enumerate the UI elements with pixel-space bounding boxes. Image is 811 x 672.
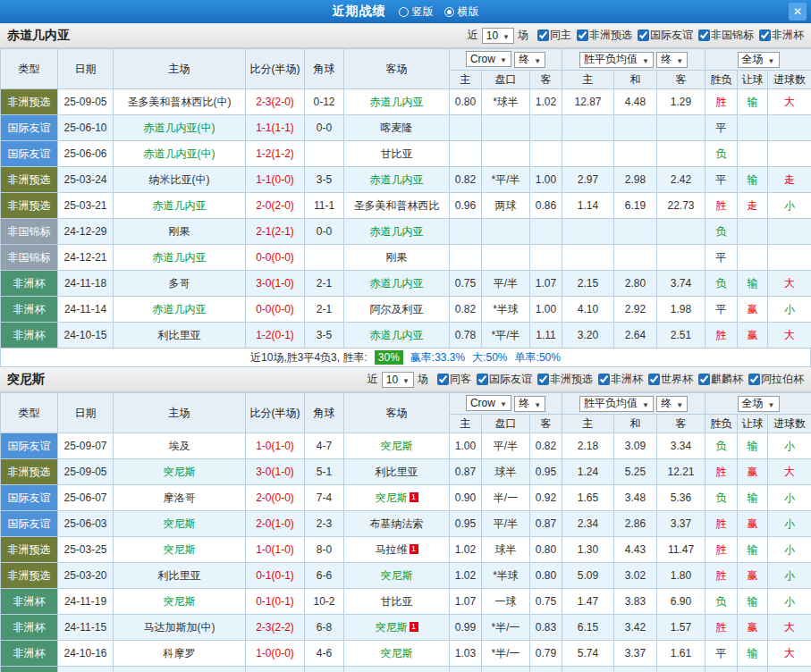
table-row: 非洲预选 25-09-05 突尼斯 3-0(1-0) 5-1 利比里亚 0.87… [1, 459, 811, 485]
team-name: 突尼斯 [7, 372, 45, 388]
filter-checkbox[interactable]: 阿拉伯杯 [748, 372, 804, 387]
avg-select[interactable]: 胜平负均值 [579, 396, 654, 412]
layout-radio-horizontal[interactable]: 横版 [444, 4, 479, 20]
corners-cell: 7-4 [305, 485, 344, 511]
avg-draw-cell: 4.48 [614, 89, 657, 115]
filter-checkbox[interactable]: 非洲预选 [537, 372, 593, 387]
away-team-name: 喀麦隆 [381, 122, 413, 134]
filter-checkbox[interactable]: 同客 [437, 372, 471, 387]
odds-source-select[interactable]: Crow [466, 395, 511, 411]
odds-home-cell: 0.75 [450, 271, 482, 297]
result-winloss-cell: 负 [705, 271, 738, 297]
filter-checkbox[interactable]: 麒麟杯 [698, 372, 743, 387]
checkbox-input[interactable] [477, 374, 488, 385]
chevron-down-icon [676, 398, 683, 410]
col-date: 日期 [58, 393, 114, 433]
away-team-name: 赤道几内亚 [370, 96, 424, 108]
checkbox-input[interactable] [698, 29, 710, 41]
away-team-name: 赤道几内亚 [370, 173, 424, 186]
match-count-select[interactable]: 10 [382, 372, 414, 388]
corners-cell: 5-1 [305, 459, 344, 485]
result-asian-cell: 输 [738, 433, 768, 459]
result-goals-cell: 大 [768, 89, 811, 115]
close-button[interactable]: ✕ [789, 3, 807, 21]
result-asian-cell: 走 [738, 193, 768, 219]
odds-final-select[interactable]: 终 [514, 396, 545, 412]
match-type-cell: 非洲杯 [1, 667, 58, 672]
checkbox-input[interactable] [437, 374, 449, 385]
checkbox-input[interactable] [537, 374, 549, 385]
filter-checkbox[interactable]: 同主 [537, 28, 571, 43]
filter-label: 同主 [550, 28, 571, 43]
col-home: 主场 [114, 393, 246, 433]
matches-label: 场 [418, 372, 428, 387]
result-asian-cell: 输 [738, 589, 768, 615]
filter-checkbox[interactable]: 非国锦标 [698, 28, 754, 43]
odds-home-cell [450, 141, 482, 167]
matches-table: 类型 日期 主场 比分(半场) 角球 客场 Crow 终 胜平负均值 终 [0, 392, 811, 672]
handicap-cell: 两球 [482, 193, 530, 219]
checkbox-input[interactable] [648, 374, 660, 385]
match-type-cell: 非洲预选 [1, 563, 58, 589]
layout-radio-vertical[interactable]: 竖版 [399, 4, 434, 20]
checkbox-input[interactable] [698, 374, 710, 385]
table-row: 非洲预选 25-03-20 利比里亚 0-1(0-1) 6-6 突尼斯 1.02… [1, 563, 811, 589]
checkbox-input[interactable] [748, 374, 760, 385]
result-goals-cell [768, 219, 811, 245]
odds-final-value: 终 [519, 396, 529, 411]
odds-home-cell: 0.87 [450, 459, 482, 485]
filter-checkbox[interactable]: 非洲杯 [759, 28, 804, 43]
odds-source-value: Crow [470, 397, 495, 409]
avg-away-cell: 22.73 [657, 193, 705, 219]
odds-away-cell: 0.80 [530, 563, 562, 589]
odds-home-cell [450, 219, 482, 245]
chevron-down-icon [642, 54, 649, 66]
summary-stat: 单率:50% [515, 350, 561, 365]
avg-final-value: 终 [661, 396, 672, 411]
avg-final-select[interactable]: 终 [656, 52, 688, 68]
odds-home-cell: 0.78 [450, 323, 482, 349]
checkbox-input[interactable] [638, 29, 649, 41]
handicap-cell: *半球 [482, 297, 530, 323]
odds-away-cell: 1.11 [530, 323, 562, 349]
subcol-avg-home: 主 [562, 415, 614, 433]
filter-checkbox[interactable]: 国际友谊 [638, 28, 693, 43]
win-rate-badge: 30% [375, 350, 403, 365]
avg-final-value: 终 [661, 52, 672, 67]
result-asian-cell [738, 245, 768, 271]
odds-final-select[interactable]: 终 [514, 52, 545, 68]
match-type-cell: 非洲杯 [1, 641, 58, 667]
table-header-row: 类型 日期 主场 比分(半场) 角球 客场 Crow 终 胜平负均值 终 [1, 49, 811, 71]
subcol-avg-home: 主 [562, 71, 614, 89]
home-team-name: 突尼斯 [164, 466, 196, 478]
filter-checkbox[interactable]: 世界杯 [648, 372, 693, 387]
avg-final-select[interactable]: 终 [656, 396, 688, 412]
odds-source-select[interactable]: Crow [466, 51, 511, 67]
match-date: 25-09-05 [58, 89, 114, 115]
checkbox-input[interactable] [759, 29, 771, 41]
checkbox-input[interactable] [577, 29, 588, 41]
red-card-badge: 1 [410, 492, 418, 502]
avg-select[interactable]: 胜平负均值 [579, 52, 654, 68]
avg-home-cell: 5.74 [562, 641, 614, 667]
checkbox-input[interactable] [537, 29, 549, 41]
subcol-goals: 进球数 [768, 71, 811, 89]
avg-draw-cell: 3.43 [614, 667, 657, 672]
summary-row: 近10场,胜3平4负3, 胜率: 30% 赢率:33.3% 大:50% 单率:5… [0, 349, 811, 367]
score-cell: 0-1(0-1) [246, 589, 305, 615]
subcol-asian: 让球 [738, 415, 768, 433]
avg-home-cell: 1.24 [562, 459, 614, 485]
filter-checkbox[interactable]: 非洲预选 [577, 28, 632, 43]
scope-select[interactable]: 全场 [738, 396, 780, 412]
table-row: 国际友谊 25-06-10 赤道几内亚(中) 1-1(1-1) 0-0 喀麦隆 … [1, 115, 811, 141]
odds-home-cell: 0.99 [450, 615, 482, 641]
checkbox-input[interactable] [598, 374, 610, 385]
corners-cell: 6-8 [305, 615, 344, 641]
filter-checkbox[interactable]: 非洲杯 [598, 372, 643, 387]
scope-select[interactable]: 全场 [738, 52, 780, 68]
chevron-down-icon [402, 374, 410, 386]
home-team-cell: 科摩罗 [114, 641, 246, 667]
filter-checkbox[interactable]: 国际友谊 [477, 372, 532, 387]
match-count-select[interactable]: 10 [482, 28, 514, 44]
result-goals-cell: 小 [768, 511, 811, 537]
